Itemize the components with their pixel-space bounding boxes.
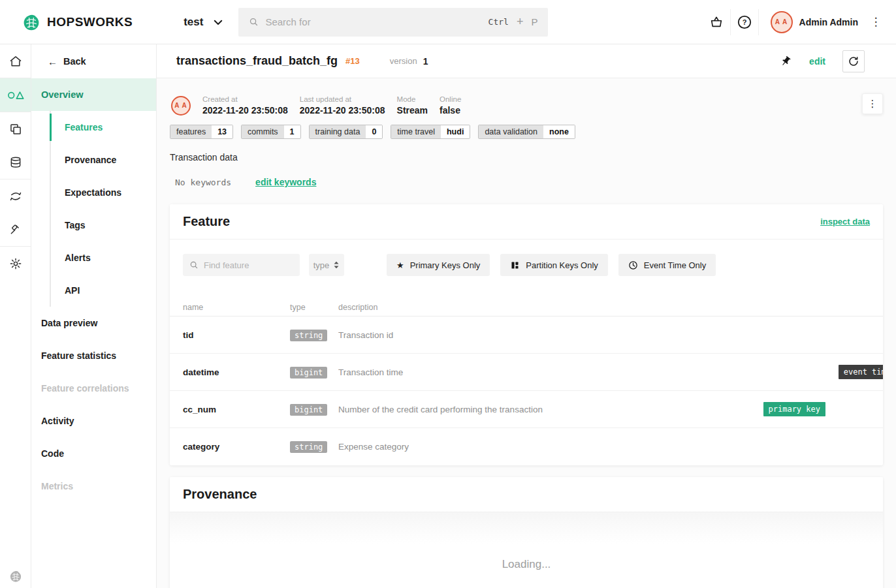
column-name: name <box>183 303 290 312</box>
provenance-card: Provenance Loading... <box>170 477 883 588</box>
sidebar-item-tags[interactable]: Tags <box>51 209 156 241</box>
hopsworks-logo-icon <box>22 13 40 31</box>
edit-button[interactable]: edit <box>809 56 825 67</box>
sidebar-item-activity[interactable]: Activity <box>31 405 156 437</box>
sidebar-item-features[interactable]: Features <box>51 111 156 144</box>
hopsworks-logo[interactable]: HOPSWORKS <box>22 13 133 31</box>
metadata-row: A A Created at 2022-11-20 23:50:08 Last … <box>170 95 883 116</box>
sidebar-item-alerts[interactable]: Alerts <box>51 241 156 274</box>
chip-features: features 13 <box>170 125 233 139</box>
meta-created-at: Created at 2022-11-20 23:50:08 <box>202 95 288 116</box>
home-icon <box>9 55 22 68</box>
type-badge: bigint <box>290 404 327 416</box>
pin-icon[interactable] <box>779 55 792 68</box>
no-keywords-text: No keywords <box>170 178 231 187</box>
project-selector[interactable]: test <box>184 16 224 29</box>
user-avatar[interactable]: A A <box>771 11 793 33</box>
rail-storage-button[interactable] <box>0 146 31 179</box>
feature-card-title: Feature <box>183 214 230 229</box>
find-feature-input[interactable] <box>204 260 289 270</box>
sidebar-item-overview[interactable]: Overview <box>31 78 156 111</box>
sidebar-item-feature-statistics[interactable]: Feature statistics <box>31 339 156 372</box>
search-shortcut: Ctrl + P <box>488 15 538 29</box>
rail-settings-button[interactable] <box>0 247 31 280</box>
primary-key-badge: primary key <box>763 402 825 416</box>
sort-arrows-icon <box>333 260 340 270</box>
feature-filter-row: type ★ Primary Keys Only Partition Keys … <box>170 240 883 289</box>
logo-text: HOPSWORKS <box>47 15 133 29</box>
type-badge: string <box>290 330 327 341</box>
header-menu-button[interactable]: ⋮ <box>865 9 887 35</box>
edit-keywords-link[interactable]: edit keywords <box>255 177 316 187</box>
refresh-button[interactable] <box>842 50 865 72</box>
back-button[interactable]: ← Back <box>31 44 156 78</box>
type-badge: bigint <box>290 367 327 379</box>
partition-icon <box>510 260 520 270</box>
primary-keys-only-button[interactable]: ★ Primary Keys Only <box>387 254 490 276</box>
find-feature-search[interactable] <box>183 254 300 276</box>
feature-group-id: #13 <box>345 56 360 66</box>
gear-icon <box>9 257 22 270</box>
basket-button[interactable] <box>703 0 730 44</box>
svg-text:?: ? <box>742 18 746 26</box>
rail-jobs-button[interactable] <box>0 179 31 213</box>
summary-chips: features 13 commits 1 training data 0 ti… <box>170 125 883 139</box>
feature-group-description: Transaction data <box>170 152 883 162</box>
chip-commits: commits 1 <box>241 125 300 139</box>
provenance-card-title: Provenance <box>183 487 257 502</box>
event-time-badge: event time <box>839 365 883 379</box>
chip-data-validation: data validation none <box>478 125 575 139</box>
feature-card: Feature inspect data type ★ <box>170 204 883 465</box>
clock-icon <box>628 260 638 270</box>
search-input[interactable] <box>265 16 435 27</box>
sidebar-item-metrics: Metrics <box>31 470 156 503</box>
partition-keys-only-button[interactable]: Partition Keys Only <box>500 254 608 276</box>
sidebar-item-feature-correlations: Feature correlations <box>31 372 156 405</box>
shortcut-plus: + <box>517 15 524 29</box>
rail-compute-button[interactable] <box>0 213 31 246</box>
feature-row-tid[interactable]: tid string Transaction id <box>170 317 883 354</box>
sidebar-item-code[interactable]: Code <box>31 437 156 470</box>
header-actions: ? A A Admin Admin ⋮ <box>703 0 887 44</box>
gavel-icon <box>9 223 22 236</box>
global-search[interactable]: Ctrl + P <box>238 8 548 37</box>
sidebar-item-provenance[interactable]: Provenance <box>51 144 156 176</box>
top-header: HOPSWORKS test Ctrl + P ? A A Admin Admi… <box>0 0 896 44</box>
star-icon: ★ <box>396 260 404 270</box>
column-type: type <box>290 303 338 312</box>
loading-text: Loading... <box>502 558 551 588</box>
type-badge: string <box>290 441 327 453</box>
provenance-body: Loading... <box>170 512 883 588</box>
feature-card-header: Feature inspect data <box>170 204 883 240</box>
header-separator-2 <box>758 9 759 35</box>
version-value: 1 <box>423 56 428 67</box>
chevron-down-icon <box>212 16 224 28</box>
keywords-row: No keywords edit keywords <box>170 177 883 187</box>
feature-row-category[interactable]: category string Expense category <box>170 428 883 465</box>
project-name: test <box>184 16 203 29</box>
rail-feature-groups-button[interactable] <box>0 78 31 112</box>
help-button[interactable]: ? <box>731 0 758 44</box>
database-icon <box>9 156 22 169</box>
creator-avatar: A A <box>171 96 191 116</box>
feature-row-datetime[interactable]: datetime bigint Transaction time event t… <box>170 354 883 391</box>
icon-rail <box>0 44 31 588</box>
sidebar-item-expectations[interactable]: Expectations <box>51 176 156 209</box>
rail-feature-views-button[interactable] <box>0 112 31 146</box>
main-area: transactions_fraud_batch_fg #13 version … <box>157 44 896 588</box>
sidebar-item-api[interactable]: API <box>51 274 156 307</box>
secondary-sidebar: ← Back Overview Features Provenance Expe… <box>31 44 157 588</box>
type-filter-select[interactable]: type <box>309 254 344 276</box>
version-label: version <box>390 56 417 66</box>
user-name: Admin Admin <box>799 17 858 27</box>
feature-table-header: name type description <box>170 298 883 317</box>
meta-mode: Mode Stream <box>397 95 428 116</box>
feature-row-cc-num[interactable]: cc_num bigint Number of the credit card … <box>170 391 883 428</box>
event-time-only-button[interactable]: Event Time Only <box>618 254 716 276</box>
rail-home-button[interactable] <box>0 44 31 78</box>
sidebar-item-data-preview[interactable]: Data preview <box>31 307 156 339</box>
feature-group-icon <box>7 89 24 101</box>
meta-last-updated: Last updated at 2022-11-20 23:50:08 <box>300 95 385 116</box>
hopsworks-mark-grey-icon <box>9 570 22 583</box>
inspect-data-link[interactable]: inspect data <box>820 217 870 226</box>
